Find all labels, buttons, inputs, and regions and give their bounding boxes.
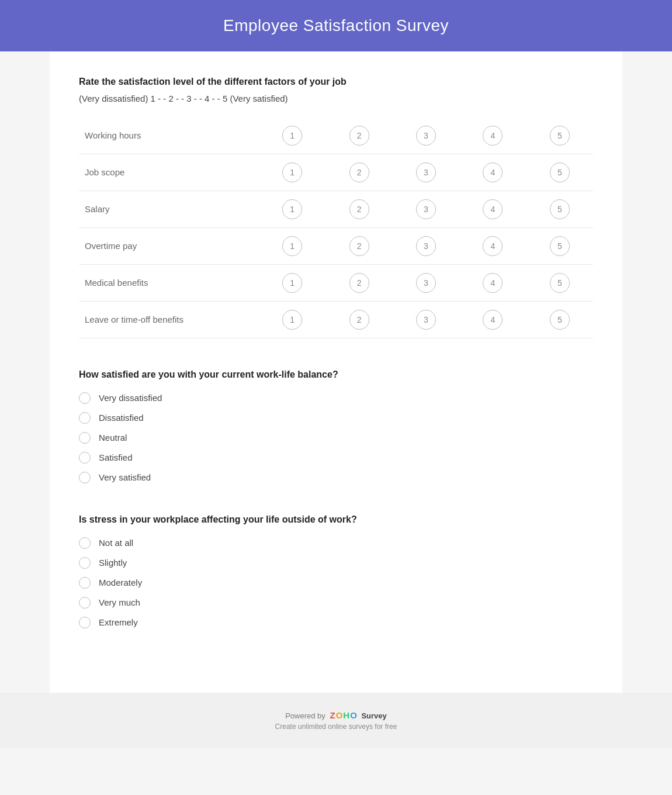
rating-radio-cell[interactable]: 1 [259, 154, 325, 191]
rating-radio-cell[interactable]: 2 [325, 227, 392, 264]
rating-circle[interactable]: 4 [483, 199, 503, 219]
rating-circle[interactable]: 3 [416, 199, 436, 219]
rating-radio-cell[interactable]: 4 [459, 117, 526, 154]
rating-circle[interactable]: 4 [483, 273, 503, 293]
rating-circle[interactable]: 3 [416, 273, 436, 293]
radio-button[interactable] [79, 537, 91, 549]
rating-circle[interactable]: 2 [349, 199, 369, 219]
rating-circle[interactable]: 1 [282, 236, 302, 256]
rating-circle[interactable]: 5 [550, 310, 570, 330]
radio-button[interactable] [79, 577, 91, 589]
rating-radio-cell[interactable]: 1 [259, 264, 325, 301]
rating-radio-cell[interactable]: 5 [526, 227, 593, 264]
rating-radio-cell[interactable]: 3 [393, 227, 459, 264]
zoho-logo: ZOHO [330, 710, 356, 720]
rating-radio-cell[interactable]: 5 [526, 191, 593, 227]
rating-radio-cell[interactable]: 5 [526, 154, 593, 191]
rating-radio-cell[interactable]: 3 [393, 301, 459, 338]
table-row: Overtime pay12345 [79, 227, 593, 264]
rating-circle[interactable]: 1 [282, 273, 302, 293]
rating-radio-cell[interactable]: 4 [459, 264, 526, 301]
list-item[interactable]: Moderately [79, 577, 593, 589]
rating-circle[interactable]: 2 [349, 126, 369, 146]
footer-sub: Create unlimited online surveys for free [12, 723, 660, 731]
rating-radio-cell[interactable]: 1 [259, 227, 325, 264]
rating-radio-cell[interactable]: 2 [325, 154, 392, 191]
list-item[interactable]: Neutral [79, 432, 593, 444]
rating-circle[interactable]: 5 [550, 236, 570, 256]
rating-circle[interactable]: 5 [550, 273, 570, 293]
row-label: Leave or time-off benefits [79, 301, 259, 338]
radio-button[interactable] [79, 557, 91, 569]
rating-scale-note: (Very dissatisfied) 1 - - 2 - - 3 - - 4 … [79, 92, 593, 106]
rating-circle[interactable]: 3 [416, 236, 436, 256]
row-label: Medical benefits [79, 264, 259, 301]
rating-circle[interactable]: 5 [550, 163, 570, 182]
rating-circle[interactable]: 2 [349, 163, 369, 182]
rating-circle[interactable]: 1 [282, 126, 302, 146]
list-item[interactable]: Extremely [79, 617, 593, 628]
rating-circle[interactable]: 2 [349, 273, 369, 293]
option-label: Not at all [99, 538, 133, 548]
rating-radio-cell[interactable]: 3 [393, 191, 459, 227]
rating-circle[interactable]: 5 [550, 126, 570, 146]
rating-circle[interactable]: 3 [416, 310, 436, 330]
rating-radio-cell[interactable]: 1 [259, 301, 325, 338]
rating-radio-cell[interactable]: 2 [325, 301, 392, 338]
list-item[interactable]: Very dissatisfied [79, 392, 593, 404]
rating-circle[interactable]: 1 [282, 310, 302, 330]
rating-radio-cell[interactable]: 3 [393, 264, 459, 301]
list-item[interactable]: Dissatisfied [79, 412, 593, 424]
rating-circle[interactable]: 1 [282, 163, 302, 182]
rating-radio-cell[interactable]: 5 [526, 264, 593, 301]
list-item[interactable]: Satisfied [79, 452, 593, 464]
rating-circle[interactable]: 4 [483, 236, 503, 256]
table-row: Medical benefits12345 [79, 264, 593, 301]
radio-button[interactable] [79, 412, 91, 424]
option-label: Very dissatisfied [99, 393, 162, 403]
rating-radio-cell[interactable]: 5 [526, 301, 593, 338]
rating-radio-cell[interactable]: 2 [325, 191, 392, 227]
rating-radio-cell[interactable]: 1 [259, 117, 325, 154]
rating-radio-cell[interactable]: 4 [459, 301, 526, 338]
rating-circle[interactable]: 2 [349, 310, 369, 330]
option-label: Extremely [99, 617, 138, 627]
footer: Powered by ZOHO Survey Create unlimited … [0, 693, 672, 748]
rating-radio-cell[interactable]: 4 [459, 191, 526, 227]
rating-radio-cell[interactable]: 3 [393, 117, 459, 154]
rating-radio-cell[interactable]: 2 [325, 264, 392, 301]
radio-button[interactable] [79, 597, 91, 609]
rating-radio-cell[interactable]: 2 [325, 117, 392, 154]
rating-radio-cell[interactable]: 4 [459, 227, 526, 264]
rating-circle[interactable]: 3 [416, 126, 436, 146]
rating-radio-cell[interactable]: 4 [459, 154, 526, 191]
section-rating: Rate the satisfaction level of the diffe… [79, 75, 593, 338]
list-item[interactable]: Very much [79, 597, 593, 609]
rating-radio-cell[interactable]: 5 [526, 117, 593, 154]
rating-circle[interactable]: 4 [483, 163, 503, 182]
radio-button[interactable] [79, 452, 91, 464]
option-label: Very much [99, 597, 140, 607]
rating-circle[interactable]: 3 [416, 163, 436, 182]
rating-circle[interactable]: 4 [483, 310, 503, 330]
rating-radio-cell[interactable]: 1 [259, 191, 325, 227]
radio-button[interactable] [79, 432, 91, 444]
list-item[interactable]: Slightly [79, 557, 593, 569]
rating-circle[interactable]: 5 [550, 199, 570, 219]
rating-circle[interactable]: 2 [349, 236, 369, 256]
rating-circle[interactable]: 4 [483, 126, 503, 146]
option-label: Dissatisfied [99, 413, 144, 423]
header: Employee Satisfaction Survey [0, 0, 672, 51]
rating-circle[interactable]: 1 [282, 199, 302, 219]
radio-button[interactable] [79, 617, 91, 628]
rating-radio-cell[interactable]: 3 [393, 154, 459, 191]
list-item[interactable]: Very satisfied [79, 472, 593, 483]
list-item[interactable]: Not at all [79, 537, 593, 549]
radio-button[interactable] [79, 472, 91, 483]
option-label: Moderately [99, 578, 142, 587]
radio-button[interactable] [79, 392, 91, 404]
option-label: Neutral [99, 433, 127, 443]
option-label: Satisfied [99, 452, 133, 462]
table-row: Working hours12345 [79, 117, 593, 154]
option-label: Slightly [99, 558, 127, 568]
